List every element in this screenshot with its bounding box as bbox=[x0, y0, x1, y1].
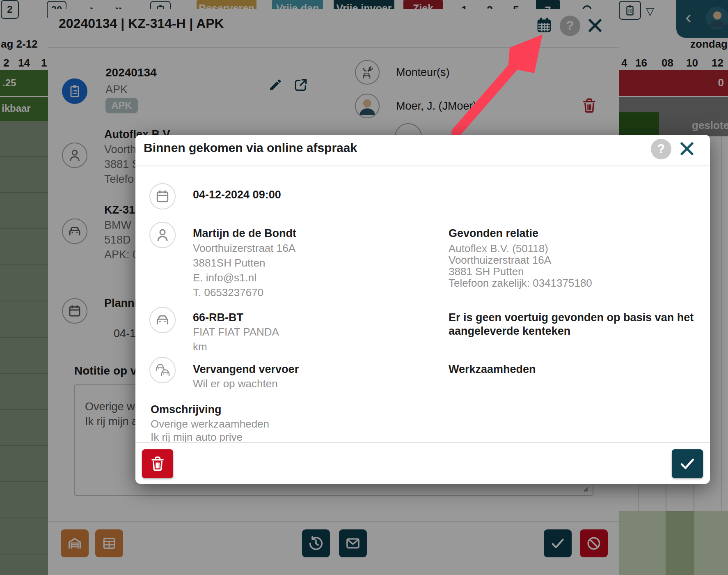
description-line: Overige werkzaamheden bbox=[151, 418, 269, 430]
description-label: Omschrijving bbox=[151, 403, 222, 416]
relation-label: Gevonden relatie bbox=[449, 227, 538, 240]
footer-divider bbox=[135, 442, 710, 443]
transport-icon bbox=[149, 357, 176, 383]
online-appointment-modal: Binnen gekomen via online afspraak ? 04-… bbox=[135, 135, 710, 484]
help-icon[interactable]: ? bbox=[651, 139, 671, 159]
customer-street: Voorthuizerstraat 16A bbox=[193, 242, 295, 255]
car-icon bbox=[154, 312, 171, 328]
appointment-title: Binnen gekomen via online afspraak bbox=[144, 140, 357, 155]
close-icon[interactable] bbox=[678, 140, 696, 158]
header-divider bbox=[135, 166, 710, 166]
vehicle-icon bbox=[149, 307, 176, 333]
relation-company: Autoflex B.V. (50118) bbox=[449, 242, 548, 255]
datetime-icon bbox=[149, 183, 176, 209]
customer-name: Martijn de de Bondt bbox=[193, 227, 296, 240]
calendar-icon bbox=[155, 189, 170, 204]
vehicle-notfound-line: aangeleverde kenteken bbox=[449, 324, 570, 338]
vehicle-km: km bbox=[193, 340, 207, 353]
check-icon bbox=[678, 455, 696, 473]
vehicle-model: FIAT FIAT PANDA bbox=[193, 326, 279, 338]
transport-value: Wil er op wachten bbox=[193, 377, 278, 390]
appointment-datetime: 04-12-2024 09:00 bbox=[193, 188, 281, 201]
cars-icon bbox=[154, 362, 171, 378]
transport-label: Vervangend vervoer bbox=[193, 363, 299, 376]
work-label: Werkzaamheden bbox=[449, 363, 536, 376]
customer-icon bbox=[149, 222, 176, 248]
accept-appointment-button[interactable] bbox=[672, 449, 703, 478]
customer-phone: T. 0653237670 bbox=[193, 286, 263, 299]
person-icon bbox=[154, 227, 171, 243]
trash-icon bbox=[149, 455, 166, 472]
vehicle-notfound-line: Er is geen voertuig gevonden op basis va… bbox=[449, 311, 694, 324]
vehicle-plate: 66-RB-BT bbox=[193, 311, 243, 324]
relation-street: Voorthuizerstraat 16A bbox=[449, 254, 551, 267]
delete-appointment-button[interactable] bbox=[142, 449, 173, 478]
customer-city: 3881SH Putten bbox=[193, 257, 265, 269]
relation-phone: Telefoon zakelijk: 0341375180 bbox=[449, 277, 592, 290]
relation-city: 3881 SH Putten bbox=[449, 265, 524, 278]
customer-email: E. info@s1.nl bbox=[193, 271, 256, 284]
screen: 2 20 › » Reserveren Vrije dag Vrije invo… bbox=[0, 0, 728, 575]
